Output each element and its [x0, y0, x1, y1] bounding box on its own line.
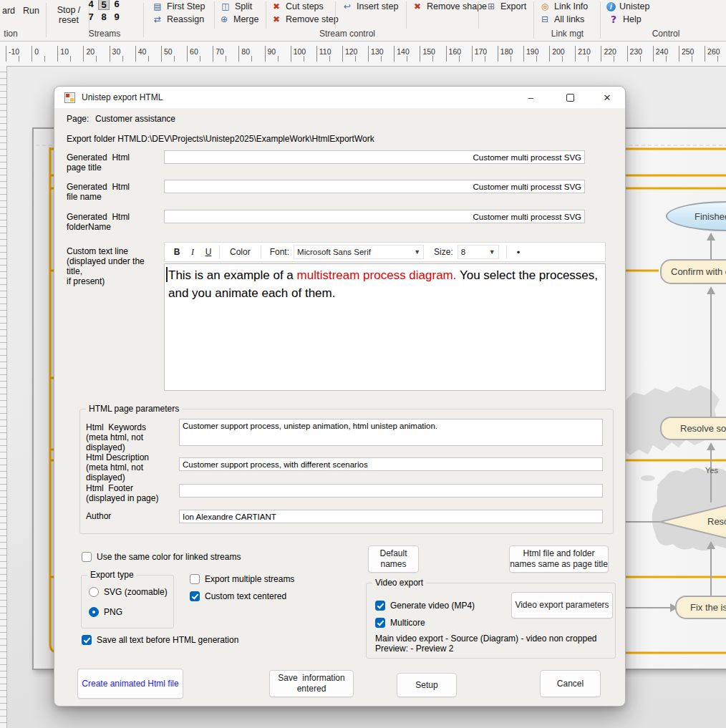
flowchart-node-resolved-label[interactable]: Resolved	[707, 516, 726, 527]
font-select[interactable]: Microsoft Sans Serif ▼	[294, 245, 424, 259]
html-names-same-button[interactable]: Html file and folder names same as page …	[509, 545, 609, 573]
first-step-button[interactable]: ▤ First Step	[152, 1, 205, 12]
stream-key-4[interactable]: 4	[85, 0, 97, 10]
ruler-tick-minor	[122, 56, 123, 62]
font-label: Font:	[264, 247, 294, 257]
generated-page-title-input[interactable]: Customer multi processt SVG	[164, 150, 585, 164]
multicore-checkbox[interactable]	[375, 618, 385, 628]
dialog-titlebar[interactable]: Unistep export HTML – ✕	[54, 87, 625, 108]
custom-text-editor[interactable]: This is an example of a multistream proc…	[164, 263, 606, 391]
ruler-label: 180	[500, 47, 513, 56]
ruler-tick-major	[679, 46, 679, 62]
author-label: Author	[86, 511, 179, 521]
merge-button[interactable]: ⊕ Merge	[218, 14, 258, 25]
ruler-tick-major	[368, 46, 369, 62]
video-preview-info: Preview: - Preview 2	[375, 644, 453, 654]
all-links-button[interactable]: ⊟ All links	[539, 14, 584, 25]
page-label: Page:	[67, 114, 89, 124]
insert-step-button[interactable]: ↩ Insert step	[342, 1, 398, 12]
custom-text-label: Custom text line (displayed under the ti…	[67, 246, 161, 286]
custom-text-seg2-red: multistream process diagram.	[297, 268, 457, 282]
multicore-checkbox-row[interactable]: Multicore	[375, 618, 425, 628]
svg-radio-row[interactable]: SVG (zoomable)	[89, 587, 168, 597]
maximize-button[interactable]	[556, 87, 584, 108]
ruler-label: 60	[190, 47, 198, 56]
close-button[interactable]: ✕	[593, 87, 621, 108]
dialog-title: Unistep export HTML	[82, 92, 163, 102]
export-multiple-checkbox[interactable]	[190, 574, 200, 584]
ruler-label: 220	[604, 47, 616, 56]
same-color-checkbox[interactable]	[82, 552, 92, 562]
underline-button[interactable]: U	[200, 247, 216, 257]
export-icon: ⊞	[485, 1, 497, 11]
custom-text-centered-checkbox[interactable]	[190, 591, 200, 601]
toolbar-separator	[335, 1, 336, 29]
split-button[interactable]: ◫ Split	[220, 1, 252, 12]
bullet-icon[interactable]: •	[517, 247, 521, 258]
generate-video-checkbox-row[interactable]: Generate video (MP4)	[375, 601, 475, 611]
remove-shape-button[interactable]: ✖ Remove shape	[412, 1, 487, 12]
create-animated-html-button[interactable]: Create animated Html file	[77, 669, 183, 699]
color-button[interactable]: Color	[223, 247, 258, 257]
ruler-label: 0	[34, 47, 39, 56]
help-button[interactable]: ? Help	[608, 14, 642, 25]
generated-folder-name-input[interactable]: Customer multi processt SVG	[164, 210, 585, 223]
ruler-tick-major	[57, 46, 58, 62]
text-format-toolbar: B I U Color Font: Microsoft Sans Serif ▼…	[164, 242, 606, 262]
stream-key-6[interactable]: 6	[111, 0, 122, 10]
png-radio[interactable]	[89, 607, 99, 617]
ruler-label: 170	[475, 47, 488, 56]
cut-steps-button[interactable]: ✖ Cut steps	[271, 1, 324, 12]
flowchart-node-confirm[interactable]: Confirm with cu	[660, 259, 726, 284]
custom-text-seg1: This is an example of a	[168, 268, 297, 282]
page-value: Customer assistance	[95, 114, 175, 124]
stream-key-7[interactable]: 7	[85, 11, 97, 23]
ruler-tick-minor	[278, 56, 279, 62]
export-multiple-checkbox-row[interactable]: Export multiple streams	[190, 574, 294, 584]
toolbar-button-ard[interactable]: ard	[2, 5, 15, 16]
ruler-tick-major	[601, 46, 601, 62]
description-input[interactable]: Customer support process, with different…	[179, 457, 603, 471]
remove-step-button[interactable]: ✖ Remove step	[271, 14, 339, 25]
application-window: ard Run tion Stop /reset 4 5 6 7 8 9 Str…	[0, 0, 726, 728]
export-button[interactable]: ⊞ Export	[485, 1, 526, 12]
ruler-tick-minor	[432, 56, 433, 62]
link-info-button[interactable]: ◎ Link Info	[539, 1, 588, 12]
stop-reset-button[interactable]: Stop /reset	[50, 3, 87, 27]
toolbar-separator	[478, 1, 479, 29]
save-all-text-checkbox-row[interactable]: Save all text before HTML generation	[82, 635, 238, 645]
footer-input[interactable]	[179, 484, 603, 498]
ruler-tick-minor	[717, 56, 718, 62]
cancel-button[interactable]: Cancel	[540, 670, 601, 697]
export-folder-label: Export folder HTML	[67, 134, 141, 144]
keywords-input[interactable]: Customer support process, unistep animat…	[179, 419, 603, 446]
size-select[interactable]: 8 ▼	[458, 245, 499, 259]
flowchart-node-resolve[interactable]: Resolve solut	[660, 417, 726, 440]
ruler-tick-major	[705, 46, 705, 62]
italic-button[interactable]: I	[185, 247, 200, 258]
custom-text-centered-checkbox-row[interactable]: Custom text centered	[190, 591, 286, 601]
flowchart-node-fix[interactable]: Fix the issu	[675, 596, 726, 619]
unistep-button[interactable]: i Unistep	[606, 1, 649, 12]
stream-key-5-selected[interactable]: 5	[98, 0, 110, 10]
minimize-button[interactable]: –	[516, 87, 545, 108]
save-all-text-checkbox[interactable]	[82, 635, 92, 645]
generate-video-checkbox[interactable]	[375, 601, 385, 611]
group-label-execution: tion	[0, 29, 21, 39]
default-names-button[interactable]: Default names	[368, 545, 419, 573]
png-radio-row[interactable]: PNG	[89, 607, 122, 617]
same-color-checkbox-row[interactable]: Use the same color for linked streams	[82, 552, 241, 562]
ruler-label: 10	[60, 47, 69, 56]
video-export-parameters-button[interactable]: Video export parameters	[511, 592, 613, 618]
bold-button[interactable]: B	[169, 247, 185, 257]
setup-button[interactable]: Setup	[397, 673, 457, 697]
text-caret	[166, 267, 168, 282]
stream-key-9[interactable]: 9	[111, 11, 122, 23]
save-information-button[interactable]: Save information entered	[269, 670, 354, 697]
stream-key-8[interactable]: 8	[98, 11, 110, 23]
author-input[interactable]: Ion Alexandre CARTIANT	[179, 510, 603, 523]
svg-radio[interactable]	[89, 587, 99, 597]
toolbar-button-run[interactable]: Run	[23, 5, 39, 16]
generated-file-name-input[interactable]: Customer multi processt SVG	[164, 180, 585, 193]
reassign-button[interactable]: ⇄ Reassign	[152, 14, 204, 25]
